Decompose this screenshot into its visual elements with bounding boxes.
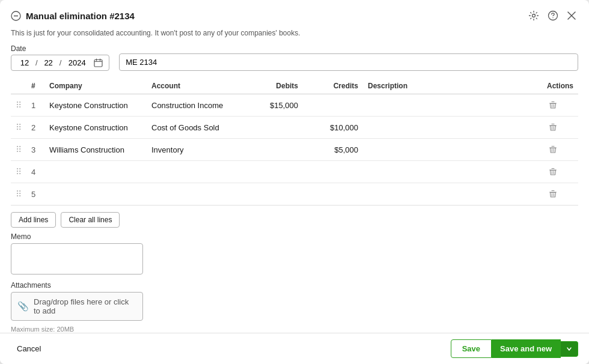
drag-handle[interactable]: ⠿ [11, 161, 26, 183]
attachments-dropzone[interactable]: 📎 Drag/drop files here or click to add [11, 292, 143, 321]
trash-icon [549, 145, 557, 154]
row-num: 5 [26, 183, 44, 205]
clear-all-lines-button[interactable]: Clear all lines [61, 212, 120, 228]
date-group: Date / / [11, 44, 109, 71]
table-body: ⠿ 1 Keystone Construction Construction I… [11, 94, 578, 205]
num-col-header: # [26, 78, 44, 94]
row-debits [243, 161, 303, 183]
delete-row-button[interactable] [547, 99, 559, 111]
row-company: Keystone Construction [44, 117, 147, 139]
attachments-label: Attachments [11, 281, 578, 290]
entries-table: # Company Account Debits Credits Descrip… [11, 78, 578, 206]
delete-row-button[interactable] [547, 144, 559, 156]
date-label: Date [11, 44, 109, 53]
row-credits [303, 161, 363, 183]
date-month-input[interactable] [16, 58, 33, 67]
header-actions [526, 8, 578, 23]
chevron-down-icon [566, 346, 572, 352]
date-input-row: / / [11, 55, 109, 71]
row-debits [243, 117, 303, 139]
delete-row-button[interactable] [547, 188, 559, 200]
row-account: Construction Income [147, 94, 243, 117]
row-num: 4 [26, 161, 44, 183]
add-lines-button[interactable]: Add lines [11, 212, 56, 228]
memo-section: Memo [0, 232, 589, 281]
drag-handle[interactable]: ⠿ [11, 183, 26, 205]
row-debits [243, 139, 303, 161]
save-and-new-button[interactable]: Save and new [492, 339, 561, 358]
row-debits: $15,000 [243, 94, 303, 117]
close-icon [567, 11, 576, 20]
modal-container: Manual elimination #2134 [0, 0, 589, 364]
row-num: 2 [26, 117, 44, 139]
row-company: Williams Construction [44, 139, 147, 161]
title-row: Manual elimination #2134 [11, 11, 135, 21]
save-button[interactable]: Save [451, 339, 492, 358]
attachments-section: Attachments 📎 Drag/drop files here or cl… [0, 281, 589, 324]
svg-point-4 [552, 17, 553, 18]
drag-col-header [11, 78, 26, 94]
drag-handle[interactable]: ⠿ [11, 139, 26, 161]
table-row: ⠿ 2 Keystone Construction Cost of Goods … [11, 117, 578, 139]
svg-rect-16 [551, 124, 554, 124]
row-company [44, 183, 147, 205]
row-credits: $5,000 [303, 139, 363, 161]
footer-right: Save Save and new [451, 339, 578, 358]
credits-col-header: Credits [303, 78, 363, 94]
row-credits: $10,000 [303, 117, 363, 139]
account-col-header: Account [147, 78, 243, 94]
attachments-placeholder: Drag/drop files here or click to add [34, 297, 136, 315]
table-row: ⠿ 4 [11, 161, 578, 183]
trash-icon [549, 101, 557, 109]
row-description [363, 161, 542, 183]
date-day-input[interactable] [40, 58, 57, 67]
help-icon [548, 10, 558, 21]
table-row: ⠿ 5 [11, 183, 578, 205]
row-debits [243, 183, 303, 205]
description-col-header: Description [363, 78, 542, 94]
delete-row-button[interactable] [547, 166, 559, 178]
row-description [363, 117, 542, 139]
drag-handle[interactable]: ⠿ [11, 94, 26, 117]
cancel-button[interactable]: Cancel [11, 341, 47, 357]
table-row: ⠿ 1 Keystone Construction Construction I… [11, 94, 578, 117]
row-description [363, 94, 542, 117]
modal-title: Manual elimination #2134 [26, 11, 135, 21]
trash-icon [549, 168, 557, 176]
memo-label: Memo [11, 232, 578, 241]
date-year-input[interactable] [64, 58, 90, 67]
debits-col-header: Debits [243, 78, 303, 94]
row-company: Keystone Construction [44, 94, 147, 117]
reference-input[interactable] [119, 53, 578, 71]
trash-icon [549, 123, 557, 132]
delete-row-button[interactable] [547, 121, 559, 133]
max-size-text: Maximum size: 20MB [0, 324, 589, 333]
calendar-icon [94, 58, 103, 67]
row-account: Inventory [147, 139, 243, 161]
svg-rect-12 [551, 102, 554, 102]
svg-rect-24 [551, 168, 554, 169]
row-description [363, 183, 542, 205]
paperclip-icon: 📎 [17, 301, 29, 312]
line-actions: Add lines Clear all lines [0, 206, 589, 232]
drag-handle[interactable]: ⠿ [11, 117, 26, 139]
settings-button[interactable] [526, 8, 541, 23]
row-num: 1 [26, 94, 44, 117]
memo-textarea[interactable] [11, 243, 143, 275]
form-area: Date / / [0, 44, 589, 71]
close-button[interactable] [565, 9, 578, 22]
save-and-new-dropdown-button[interactable] [561, 341, 578, 357]
row-description [363, 139, 542, 161]
help-button[interactable] [546, 8, 560, 23]
actions-col-header: Actions [542, 78, 578, 94]
settings-icon [528, 10, 539, 21]
row-num: 3 [26, 139, 44, 161]
modal-header: Manual elimination #2134 [0, 0, 589, 29]
row-account: Cost of Goods Sold [147, 117, 243, 139]
row-credits [303, 94, 363, 117]
table-row: ⠿ 3 Williams Construction Inventory $5,0… [11, 139, 578, 161]
row-account [147, 161, 243, 183]
svg-rect-20 [551, 146, 554, 147]
calendar-button[interactable] [93, 58, 104, 67]
svg-point-2 [533, 14, 536, 17]
